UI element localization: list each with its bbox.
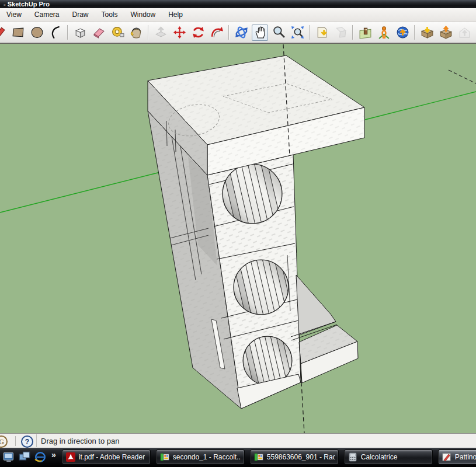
zoomext-icon	[291, 26, 304, 39]
tape-measure-tool[interactable]	[109, 25, 126, 41]
statusbar: G ? Drag in direction to pan	[0, 433, 476, 448]
model-3d-bracket[interactable]	[148, 55, 364, 409]
rotate-icon	[192, 26, 205, 39]
rectangle-tool[interactable]	[10, 25, 26, 41]
followme-icon	[210, 26, 224, 39]
taskbar-button-label: Pattino -	[455, 453, 476, 461]
circle-tool[interactable]	[29, 25, 45, 41]
switch-windows-icon[interactable]	[19, 451, 30, 463]
geolocation-icon[interactable]: G	[0, 435, 8, 448]
add-location-button[interactable]	[357, 25, 373, 41]
menu-item-draw[interactable]: Draw	[65, 8, 95, 22]
pencil-icon	[0, 26, 6, 39]
prevview-icon	[315, 26, 329, 39]
get-models-button[interactable]	[419, 25, 435, 41]
toolbar-separator	[67, 25, 68, 40]
menubar: ViewCameraDrawToolsWindowHelp	[0, 8, 476, 22]
sharecomp-icon	[458, 26, 471, 39]
status-hint: Drag in direction to pan	[36, 434, 476, 447]
next-view-button	[332, 25, 349, 41]
follow-me-tool[interactable]	[209, 25, 225, 41]
model-viewport[interactable]	[0, 43, 476, 433]
menu-item-window[interactable]: Window	[124, 8, 162, 22]
orbit-tool[interactable]	[233, 25, 249, 41]
taskbar-button-pattino[interactable]: Pattino -	[438, 449, 476, 465]
menu-item-camera[interactable]: Camera	[28, 8, 66, 22]
menu-item-help[interactable]: Help	[162, 8, 189, 22]
pushpull-tool[interactable]	[72, 25, 88, 41]
arc-icon	[49, 26, 62, 39]
taskbar: » it.pdf - Adobe Readersecondo_1 - Racco…	[0, 448, 476, 466]
pan-icon	[253, 26, 267, 39]
taskbar-button-calcolatrice[interactable]: Calcolatrice	[344, 449, 433, 465]
arc-tool[interactable]	[47, 25, 64, 41]
sketchup-icon	[442, 452, 451, 462]
circle-icon	[30, 26, 44, 39]
taskbar-button-itpdf[interactable]: it.pdf - Adobe Reader	[62, 449, 151, 465]
imageviewer-icon	[160, 452, 169, 462]
bottom-shelf	[291, 275, 358, 383]
show-desktop-icon[interactable]	[3, 451, 15, 463]
eraser-icon	[92, 26, 106, 39]
zoom-extents-tool[interactable]	[289, 25, 305, 41]
menu-item-tools[interactable]: Tools	[95, 8, 124, 22]
rectangle-icon	[12, 26, 25, 39]
terrain-icon	[377, 26, 391, 39]
zoom-tool[interactable]	[270, 25, 287, 41]
taskbar-button-secondo1[interactable]: secondo_1 - Raccolt...	[156, 449, 245, 465]
toggle-terrain-button[interactable]	[376, 25, 392, 41]
toolbar-separator	[148, 25, 149, 40]
imageviewer-icon	[254, 452, 263, 462]
taskbar-button-label: it.pdf - Adobe Reader	[79, 453, 145, 461]
taskbar-button-label: 559863606_901 - Rac...	[267, 453, 335, 461]
model-canvas[interactable]	[0, 44, 476, 433]
menu-item-view[interactable]: View	[0, 8, 28, 22]
taskbar-buttons: it.pdf - Adobe Readersecondo_1 - Raccolt…	[62, 449, 476, 465]
orbit-icon	[235, 26, 248, 39]
internet-explorer-icon[interactable]	[34, 451, 46, 463]
earth-icon	[396, 26, 409, 39]
window-title: - SketchUp Pro	[4, 1, 50, 8]
adobe-icon	[66, 452, 75, 462]
toolbar	[0, 22, 476, 43]
toolbar-separator	[352, 25, 353, 40]
toolbar-separator	[309, 25, 310, 40]
previous-view-button[interactable]	[314, 25, 330, 41]
share-model-button[interactable]	[437, 25, 454, 41]
eraser-tool[interactable]	[91, 25, 107, 41]
taskbar-button-label: secondo_1 - Raccolt...	[173, 453, 241, 461]
paint-bucket-tool[interactable]	[128, 25, 144, 41]
tape-icon	[111, 26, 124, 39]
line-tool[interactable]	[0, 25, 8, 41]
move-icon	[173, 26, 186, 39]
sharemodel-icon	[439, 26, 453, 39]
toolbar-separator	[228, 25, 230, 40]
window-titlebar[interactable]: - SketchUp Pro	[0, 0, 476, 8]
calculator-icon	[348, 452, 357, 462]
taskbar-button-559863606901[interactable]: 559863606_901 - Rac...	[250, 449, 339, 465]
rotate-tool[interactable]	[190, 25, 206, 41]
pushpull-icon	[74, 26, 87, 39]
share-component-button	[456, 25, 472, 41]
nextview-icon	[334, 26, 348, 39]
extrude-icon	[154, 26, 168, 39]
pan-tool[interactable]	[252, 25, 268, 41]
getmodels-icon	[421, 26, 434, 39]
extrude-tool	[152, 25, 169, 41]
bucket-icon	[130, 26, 143, 39]
taskbar-button-label: Calcolatrice	[361, 453, 398, 461]
zoom-icon	[272, 26, 286, 39]
addlocation-icon	[359, 26, 372, 39]
statusbar-separator	[15, 436, 16, 446]
help-icon[interactable]: ?	[21, 435, 33, 448]
quicklaunch-overflow-chevron[interactable]: »	[51, 450, 56, 459]
move-tool[interactable]	[171, 25, 187, 41]
hidden-axis-segment	[449, 70, 476, 83]
google-earth-button[interactable]	[394, 25, 411, 41]
toolbar-separator	[414, 25, 415, 40]
